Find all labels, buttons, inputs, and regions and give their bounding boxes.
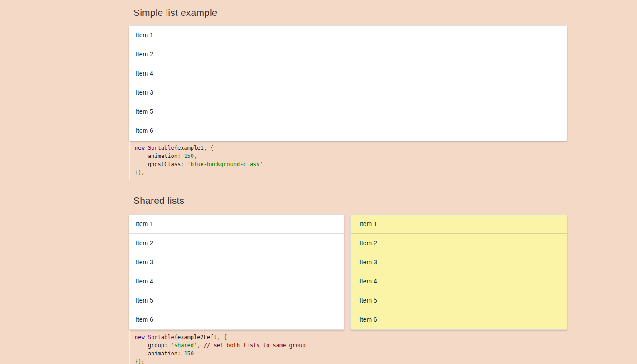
code-token: animation (135, 153, 177, 159)
list-item[interactable]: Item 1 (129, 215, 344, 234)
code-token: ( (174, 334, 177, 340)
list-item[interactable]: Item 4 (129, 64, 567, 83)
code-token: 150 (184, 153, 194, 159)
code-token: example1 (177, 145, 204, 151)
code-token (184, 161, 187, 167)
list-item[interactable]: Item 3 (129, 253, 344, 272)
code-token: ghostClass (135, 161, 181, 167)
code-token: Sortable (148, 334, 174, 340)
code-block-example2: new Sortable(example2Left, { group: 'sha… (129, 330, 567, 364)
code-token: Sortable (148, 145, 174, 151)
list-item[interactable]: Item 2 (129, 234, 344, 253)
code-token: // set both lists to same group (204, 342, 306, 349)
list-item[interactable]: Item 2 (129, 45, 567, 64)
list-item[interactable]: Item 6 (129, 310, 344, 329)
list-item[interactable]: Item 6 (129, 121, 567, 141)
code-token (201, 342, 204, 349)
sortable-demo-page: { "colors": { "page_background": "#F5D9C… (0, 0, 637, 364)
code-token: , (197, 342, 200, 349)
code-block-example1: new Sortable(example1, { animation: 150,… (129, 141, 567, 180)
list-item[interactable]: Item 1 (351, 215, 567, 234)
code-token: }); (135, 359, 145, 364)
section-divider (133, 4, 567, 4)
code-token (145, 145, 148, 151)
code-token: example2Left (177, 334, 217, 340)
code-token: 'shared' (171, 342, 197, 349)
code-token: 'blue-background-class' (187, 161, 263, 167)
code-token (167, 342, 171, 349)
code-token: , (204, 145, 207, 151)
list-item[interactable]: Item 5 (129, 291, 344, 310)
sortable-list-example2-right: Item 1Item 2Item 3Item 4Item 5Item 6 (350, 214, 567, 330)
list-item[interactable]: Item 2 (351, 234, 567, 253)
code-token: { (210, 145, 213, 151)
code-token: new (135, 145, 145, 151)
list-item[interactable]: Item 4 (129, 272, 344, 291)
code-token: animation (135, 350, 177, 357)
code-token: 150 (184, 350, 194, 357)
section-divider (133, 189, 567, 189)
code-token: new (135, 334, 145, 340)
code-token: ( (174, 145, 177, 151)
sortable-list-example1: Item 1Item 2Item 4Item 3Item 5Item 6 (129, 25, 567, 141)
code-token (145, 334, 148, 340)
code-token: , (194, 153, 197, 159)
section-title-simple-list: Simple list example (133, 7, 217, 18)
list-item[interactable]: Item 3 (129, 83, 567, 102)
list-item[interactable]: Item 1 (129, 26, 567, 45)
code-token: }); (135, 169, 145, 176)
code-token: { (223, 334, 227, 340)
list-item[interactable]: Item 5 (351, 291, 567, 310)
list-item[interactable]: Item 6 (351, 310, 567, 329)
sortable-list-example2-left: Item 1Item 2Item 3Item 4Item 5Item 6 (129, 214, 344, 330)
code-token: , (217, 334, 220, 340)
code-token: group (135, 342, 164, 349)
list-item[interactable]: Item 4 (351, 272, 567, 291)
list-item[interactable]: Item 5 (129, 102, 567, 121)
list-item[interactable]: Item 3 (351, 253, 567, 272)
section-title-shared-lists: Shared lists (133, 195, 184, 206)
